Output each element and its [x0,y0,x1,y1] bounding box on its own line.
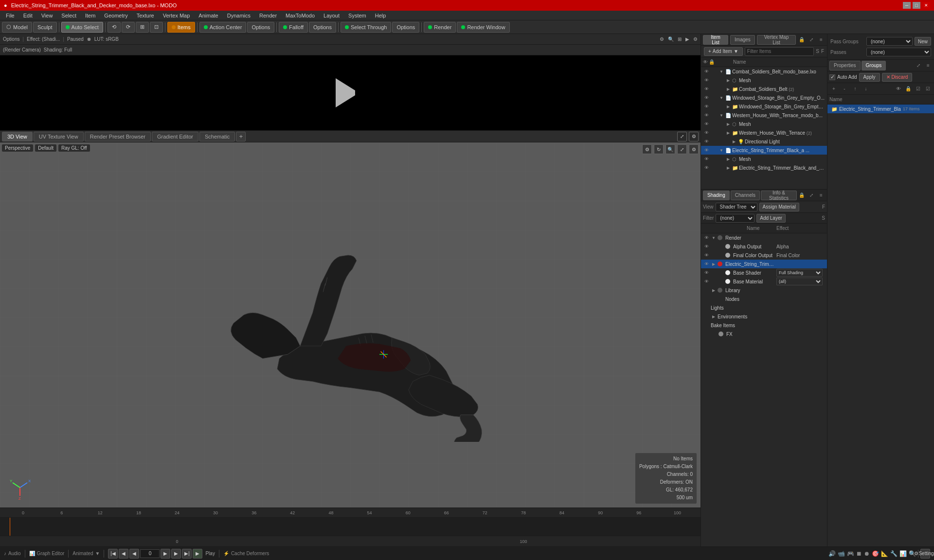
passes-select[interactable]: (none) [866,48,931,56]
toolbar-icon-1[interactable]: ⟲ [108,22,121,33]
shader-row[interactable]: 👁 ▶ Electric_String_Trimmer_Bl... [701,260,827,268]
step-back-button[interactable]: ◀ [119,549,128,559]
toolbar-icon-2[interactable]: ⟳ [122,22,135,33]
filter-select[interactable]: (none) [716,214,754,223]
shader-row[interactable]: FX [701,330,827,338]
play-button[interactable] [336,78,365,107]
shader-row[interactable]: 👁 Final Color Output Final Color [701,251,827,260]
next-frame-button[interactable]: ▶| [182,549,192,559]
shader-row[interactable]: 👁 Base Material (all) [701,277,827,286]
render-window-button[interactable]: Render Window [457,22,509,33]
expand-icon[interactable]: ▼ [718,95,724,101]
prop-expand-btn[interactable]: ⤢ [915,62,922,70]
record-btn[interactable]: ⏺ [87,36,91,42]
shader-expand-icon[interactable] [718,252,724,258]
expand-icon[interactable]: ▶ [725,130,731,136]
list-item[interactable]: 👁 ▶ ⬡ Mesh [701,120,827,128]
tab-vertex-map-list[interactable]: Vertex Map List [757,35,796,45]
menu-render[interactable]: Render [255,12,281,19]
menu-system[interactable]: System [344,12,370,19]
shader-expand-icon[interactable]: ▶ [711,261,717,267]
apply-button[interactable]: Apply [859,73,880,82]
menu-dynamics[interactable]: Dynamics [223,12,254,19]
current-frame-input[interactable] [140,549,160,558]
graph-editor-item[interactable]: 📊 Graph Editor [29,551,65,556]
expand-icon[interactable]: ▼ [718,112,724,118]
tab-shading[interactable]: Shading [703,191,730,200]
options-3-button[interactable]: Options [392,22,419,33]
vp-expand-btn[interactable]: ⤢ [677,132,687,141]
list-item[interactable]: 👁 ▼ 📄 Windowed_Storage_Bin_Grey_Empty_O.… [701,93,827,102]
shader-row[interactable]: Lights [701,303,827,312]
step-fwd-button[interactable]: ▶ [161,549,170,559]
maximize-button[interactable]: □ [913,2,920,9]
expand-icon[interactable]: ▶ [725,77,731,83]
shading-menu-btn[interactable]: ≡ [817,192,825,199]
base-shader-effect-select[interactable]: Full Shading [776,269,823,277]
auto-add-checkbox[interactable]: ✓ [829,74,835,80]
add-tab-button[interactable]: + [236,132,246,141]
expand-icon[interactable]: ▶ [725,104,731,109]
panel-menu-btn[interactable]: ≡ [817,36,825,44]
shader-expand-icon[interactable] [718,244,724,249]
toolbar-icon-4[interactable]: ⊡ [150,22,163,33]
groups-row[interactable]: 📁 Electric_String_Trimmer_Bla 17 Items [827,105,934,113]
falloff-button[interactable]: Falloff [279,22,308,33]
minimize-button[interactable]: ─ [903,2,911,9]
menu-select[interactable]: Select [57,12,80,19]
menu-vertex-map[interactable]: Vertex Map [159,12,194,19]
tab-3d-view[interactable]: 3D View [2,132,33,141]
list-item[interactable]: 👁 ▼ 📄 Western_House_With_Terrace_modo_b.… [701,111,827,120]
shading-expand-btn[interactable]: ⤢ [808,192,815,199]
settings-button[interactable]: ⚙ Settings [920,549,930,559]
timeline-track[interactable] [0,518,700,536]
shader-row[interactable]: 👁 ▼ Render [701,233,827,242]
shader-row[interactable]: ▶ Library [701,286,827,295]
expand-icon[interactable]: ▼ [718,147,724,153]
list-item[interactable]: 👁 ▼ 📄 Electric_String_Trimmer_Black_a ..… [701,146,827,155]
tab-properties[interactable]: Properties [829,61,861,70]
items-button[interactable]: Items [167,22,195,33]
panel-expand-btn[interactable]: ⤢ [808,36,815,44]
expand-icon[interactable]: ▶ [731,139,737,144]
shading-lock-btn[interactable]: 🔒 [798,192,806,199]
expand-icon[interactable]: ▶ [725,165,731,171]
viewport-3d[interactable]: Perspective Default Ray GL: Off [0,142,700,508]
shader-row[interactable]: Bake Items [701,321,827,330]
groups-remove-btn[interactable]: - [840,85,849,93]
render-button[interactable]: Render [424,22,456,33]
shader-row[interactable]: 👁 Alpha Output Alpha [701,242,827,251]
step-fwd2-button[interactable]: ▶ [171,549,181,559]
model-mode-button[interactable]: ⬡ Model [2,22,32,33]
shader-row[interactable]: Nodes [701,295,827,303]
close-button[interactable]: ✕ [922,2,930,9]
menu-file[interactable]: File [2,12,18,19]
expand-icon[interactable]: ▶ [725,86,731,92]
options-1-button[interactable]: Options [247,22,274,33]
vp-expand-icon[interactable]: ⤢ [677,144,687,154]
shader-row[interactable]: ▶ Environments [701,312,827,321]
step-back2-button[interactable]: ◀ [129,549,139,559]
list-item[interactable]: 👁 ▶ 💡 Directional Light [701,137,827,146]
tab-images[interactable]: Images [730,35,755,45]
panel-lock-btn[interactable]: 🔒 [798,36,806,44]
tab-gradient-editor[interactable]: Gradient Editor [152,132,198,141]
expand-icon[interactable]: ▼ [718,69,724,74]
groups-up-btn[interactable]: ↑ [851,85,860,93]
menu-help[interactable]: Help [371,12,390,19]
play-button[interactable]: ▶ [193,549,202,559]
shader-expand-icon[interactable] [718,270,724,276]
tab-render-preset[interactable]: Render Preset Browser [85,132,151,141]
discard-button[interactable]: ✕ Discard [882,73,913,82]
tab-info-statistics[interactable]: Info & Statistics [761,191,797,200]
tab-groups[interactable]: Groups [862,61,886,70]
vp-orbit-icon[interactable]: ↻ [654,144,664,154]
add-item-button[interactable]: + Add Item ▼ [704,47,743,56]
shader-expand-icon[interactable]: ▶ [711,287,717,293]
shader-expand-icon[interactable]: ▶ [711,314,717,319]
shader-expand-icon[interactable] [718,296,724,302]
sculpt-mode-button[interactable]: Sculpt [33,22,57,33]
filter-items-input[interactable] [745,47,814,56]
list-item[interactable]: 👁 ▶ ⬡ Mesh [701,155,827,163]
prev-frame-button[interactable]: |◀ [108,549,118,559]
